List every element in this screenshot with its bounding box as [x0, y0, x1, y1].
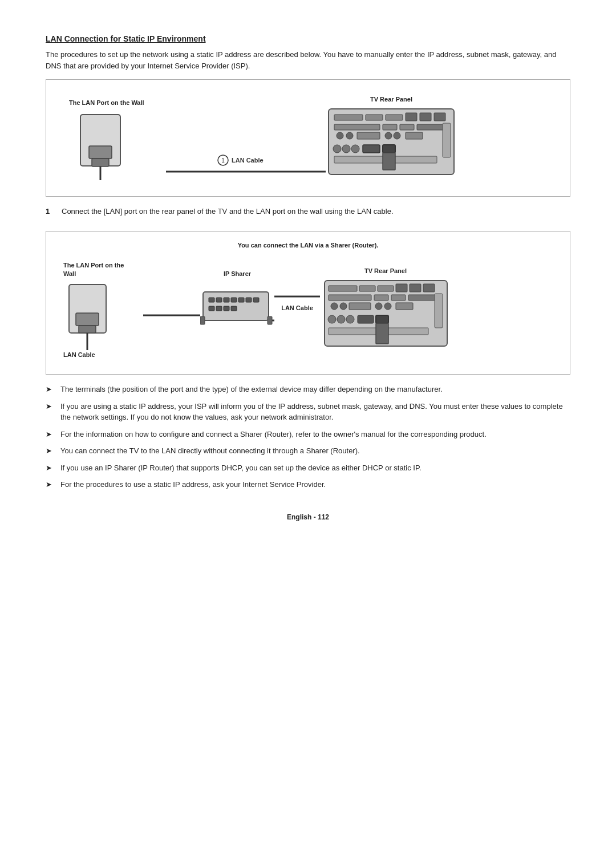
svg-rect-48: [224, 306, 229, 311]
svg-rect-71: [396, 303, 413, 310]
svg-rect-46: [209, 306, 214, 311]
diagram2-container: The LAN Port on theWall LAN Cable IP Sha…: [58, 255, 558, 364]
svg-rect-61: [423, 284, 435, 292]
svg-rect-63: [374, 295, 388, 300]
bullet-text-3: For the information on how to configure …: [60, 429, 570, 440]
section-title: LAN Connection for Static IP Environment: [46, 34, 570, 43]
bullet-text-5: If you use an IP Sharer (IP Router) that…: [60, 462, 570, 474]
svg-rect-13: [420, 113, 431, 121]
cable-mid-svg: [274, 291, 320, 302]
svg-rect-17: [400, 124, 414, 130]
cable-svg1: 1 LAN Cable: [166, 112, 326, 180]
intro-text: The procedures to set up the network usi…: [46, 49, 570, 71]
svg-rect-32: [383, 153, 395, 170]
bullet-arrow-2: ➤: [46, 401, 57, 423]
svg-rect-44: [246, 298, 252, 302]
svg-rect-29: [363, 145, 380, 153]
svg-rect-58: [378, 286, 394, 291]
svg-rect-41: [224, 298, 229, 302]
bullet-arrow-3: ➤: [46, 429, 57, 440]
diagram2-header: You can connect the LAN via a Sharer (Ro…: [58, 242, 558, 249]
sharer-label: IP Sharer: [224, 270, 251, 277]
svg-text:1: 1: [221, 157, 225, 164]
diagram1-box: The LAN Port on the Wall 1 LAN Cable: [46, 79, 570, 197]
bullet-item-2: ➤ If you are using a static IP address, …: [46, 401, 570, 423]
svg-rect-9: [334, 115, 363, 120]
svg-rect-30: [383, 145, 395, 153]
diagram2-tv-svg: [322, 278, 450, 352]
svg-point-20: [346, 132, 353, 139]
svg-rect-21: [357, 132, 380, 139]
tv-rear-label: TV Rear Panel: [370, 96, 412, 103]
svg-point-73: [328, 315, 336, 323]
tv-rear-section: TV Rear Panel: [326, 96, 457, 180]
svg-rect-40: [216, 298, 222, 302]
svg-point-22: [385, 132, 392, 139]
bullet-item-4: ➤ You can connect the TV to the LAN dire…: [46, 445, 570, 457]
bullet-arrow-5: ➤: [46, 462, 57, 474]
diagram2-wall-svg: [63, 282, 120, 350]
svg-rect-24: [406, 132, 423, 139]
svg-rect-35: [79, 326, 96, 333]
svg-rect-68: [349, 303, 371, 310]
bullet-item-6: ➤ For the procedures to use a static IP …: [46, 479, 570, 490]
svg-rect-64: [391, 295, 406, 300]
svg-point-70: [384, 303, 391, 310]
step1-number: 1: [46, 206, 57, 217]
cable-to-sharer-svg: [143, 275, 200, 344]
svg-text:LAN Cable: LAN Cable: [232, 157, 264, 164]
bullet-arrow-6: ➤: [46, 479, 57, 490]
tv-rear-svg: [326, 106, 457, 180]
svg-rect-25: [443, 123, 451, 157]
bullet-text-4: You can connect the TV to the LAN direct…: [60, 445, 570, 457]
svg-rect-47: [216, 306, 222, 311]
svg-rect-53: [268, 316, 272, 324]
diagram2-cable-label2: LAN Cable: [281, 304, 313, 311]
svg-rect-42: [231, 298, 237, 302]
svg-rect-16: [383, 124, 397, 130]
svg-rect-14: [434, 113, 445, 121]
wall-port-label: The LAN Port on the Wall: [69, 99, 144, 107]
svg-point-67: [340, 303, 347, 310]
svg-point-74: [337, 315, 345, 323]
svg-point-19: [337, 132, 343, 139]
bullet-arrow-1: ➤: [46, 384, 57, 395]
diagram1-container: The LAN Port on the Wall 1 LAN Cable: [58, 90, 558, 186]
cable-mid-section: LAN Cable: [274, 291, 320, 311]
svg-rect-56: [329, 286, 357, 291]
svg-rect-45: [253, 298, 259, 302]
svg-point-69: [375, 303, 382, 310]
bullet-text-6: For the procedures to use a static IP ad…: [60, 479, 570, 490]
svg-rect-77: [376, 315, 388, 323]
svg-rect-72: [435, 294, 443, 328]
svg-rect-12: [406, 113, 417, 121]
bullet-item-1: ➤ The terminals (the position of the por…: [46, 384, 570, 395]
diagram2-wall-section: The LAN Port on theWall LAN Cable: [63, 261, 143, 359]
svg-point-23: [394, 132, 400, 139]
svg-rect-65: [408, 295, 436, 300]
bullet-section: ➤ The terminals (the position of the por…: [46, 384, 570, 490]
diagram2-tv-label: TV Rear Panel: [364, 267, 407, 274]
svg-rect-11: [386, 115, 403, 120]
step1-text: Connect the [LAN] port on the rear panel…: [62, 206, 394, 217]
svg-rect-39: [209, 298, 214, 302]
svg-rect-18: [417, 124, 445, 130]
svg-rect-60: [410, 284, 421, 292]
diagram2-wall-label: The LAN Port on theWall: [63, 261, 124, 279]
bullet-text-1: The terminals (the position of the port …: [60, 384, 570, 395]
wall-port-section: The LAN Port on the Wall: [69, 99, 166, 180]
svg-rect-59: [396, 284, 407, 292]
svg-rect-34: [76, 313, 99, 326]
diagram2-box: You can connect the LAN via a Sharer (Ro…: [46, 231, 570, 375]
bullet-arrow-4: ➤: [46, 445, 57, 457]
svg-point-26: [333, 145, 341, 153]
svg-point-27: [342, 145, 350, 153]
ip-sharer-section: IP Sharer: [200, 270, 274, 349]
bullet-item-5: ➤ If you use an IP Sharer (IP Router) th…: [46, 462, 570, 474]
diagram2-tv-section: TV Rear Panel: [320, 267, 451, 352]
bullet-text-2: If you are using a static IP address, yo…: [60, 401, 570, 423]
step1-row: 1 Connect the [LAN] port on the rear pan…: [46, 206, 570, 217]
svg-rect-57: [359, 286, 375, 291]
bullet-item-3: ➤ For the information on how to configur…: [46, 429, 570, 440]
wall-port-svg: [69, 112, 137, 180]
